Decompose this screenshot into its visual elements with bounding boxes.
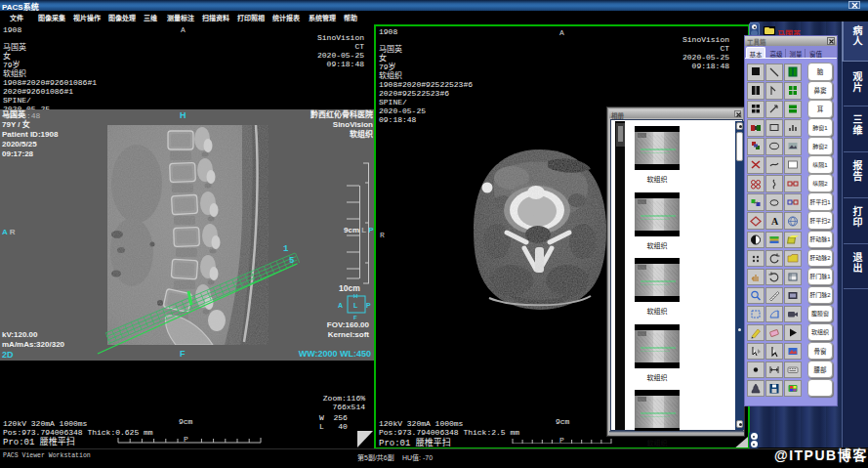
svg-text:P: P: [184, 435, 188, 444]
svg-text:A: A: [338, 302, 343, 309]
svg-text:5: 5: [289, 256, 294, 266]
svg-text:A: A: [771, 216, 779, 227]
svg-text:P: P: [366, 302, 371, 309]
svg-text:1: 1: [283, 244, 289, 254]
svg-text:L: L: [353, 302, 358, 309]
svg-text:P: P: [559, 436, 564, 444]
svg-text:F: F: [353, 315, 357, 320]
svg-text:H: H: [353, 293, 357, 299]
